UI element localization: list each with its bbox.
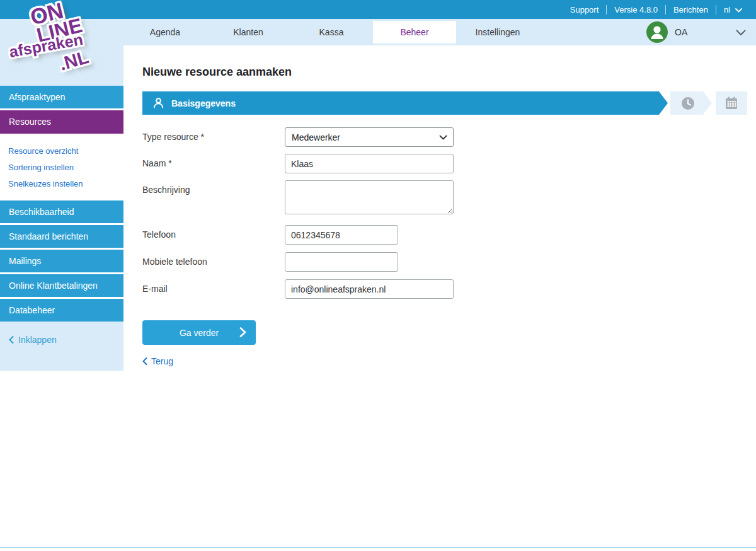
chevron-left-icon <box>142 357 147 365</box>
continue-label: Ga verder <box>180 328 219 338</box>
user-menu[interactable]: OA <box>646 21 687 43</box>
sidebar-resources-submenu: Resource overzicht Sortering instellen S… <box>0 134 123 200</box>
mobiele-telefoon-input[interactable] <box>285 252 398 272</box>
type-resource-label: Type resource * <box>142 127 285 147</box>
wizard-step-tijden[interactable] <box>670 91 712 115</box>
naam-input[interactable] <box>285 154 454 173</box>
wizard-step-label: Basisgegevens <box>171 98 236 108</box>
app-window: Support Versie 4.8.0 Berichten nl Agenda… <box>0 0 756 551</box>
telefoon-label: Telefoon <box>142 225 285 245</box>
sidebar-item-online-klantbetalingen[interactable]: Online Klantbetalingen <box>0 274 123 297</box>
continue-button[interactable]: Ga verder <box>142 320 256 345</box>
sidebar-item-databeheer[interactable]: Databeheer <box>0 299 123 322</box>
email-input[interactable] <box>285 279 454 299</box>
telefoon-input[interactable] <box>285 225 398 245</box>
sidebar-link-snelkeuzes-instellen[interactable]: Snelkeuzes instellen <box>8 176 123 192</box>
main-content: Nieuwe resource aanmaken Basisgegevens <box>123 45 756 547</box>
nav-tab-beheer[interactable]: Beheer <box>373 21 456 44</box>
nav-tab-kassa[interactable]: Kassa <box>290 21 373 44</box>
sidebar-item-resources[interactable]: Resources <box>0 110 123 134</box>
clock-icon <box>680 96 696 111</box>
wizard-step-agenda[interactable] <box>716 91 747 115</box>
wizard-steps: Basisgegevens <box>142 91 747 115</box>
type-resource-select[interactable]: Medewerker <box>285 127 454 147</box>
beschrijving-textarea[interactable] <box>285 180 454 214</box>
footer-divider <box>0 547 756 548</box>
user-initials: OA <box>675 27 687 37</box>
sidebar-item-afspraaktypen[interactable]: Afspraaktypen <box>0 86 123 108</box>
selected-option: Medewerker <box>292 132 340 142</box>
chevron-down-icon <box>735 5 742 14</box>
collapse-label: Inklappen <box>18 335 57 345</box>
chevron-down-icon[interactable] <box>736 27 746 38</box>
nav-tab-klanten[interactable]: Klanten <box>207 21 290 44</box>
chevron-down-icon <box>439 135 447 140</box>
sidebar: Afspraaktypen Resources Resource overzic… <box>0 86 123 371</box>
support-link[interactable]: Support <box>563 5 607 14</box>
person-icon <box>646 21 668 43</box>
chevron-right-icon <box>239 327 246 339</box>
language-selector[interactable]: nl <box>716 5 747 14</box>
nav-tabs: Agenda Klanten Kassa Beheer Instellingen <box>123 21 539 44</box>
messages-link[interactable]: Berichten <box>666 5 716 14</box>
nav-tab-instellingen[interactable]: Instellingen <box>456 21 539 44</box>
person-icon <box>152 97 164 109</box>
chevron-left-icon <box>9 336 14 344</box>
sidebar-collapse-area: Inklappen <box>0 322 123 371</box>
sidebar-item-mailings[interactable]: Mailings <box>0 250 123 272</box>
topbar: Support Versie 4.8.0 Berichten nl <box>0 0 756 19</box>
nav-tab-agenda[interactable]: Agenda <box>123 21 207 44</box>
mobiele-telefoon-label: Mobiele telefoon <box>142 252 285 272</box>
version-label: Versie 4.8.0 <box>607 5 665 14</box>
naam-label: Naam * <box>142 154 285 173</box>
email-label: E-mail <box>142 279 285 299</box>
back-label: Terug <box>151 356 173 366</box>
language-label: nl <box>724 5 730 14</box>
back-link[interactable]: Terug <box>142 356 173 366</box>
page-title: Nieuwe resource aanmaken <box>142 66 292 79</box>
sidebar-item-beschikbaarheid[interactable]: Beschikbaarheid <box>0 200 123 223</box>
calendar-icon <box>724 96 738 110</box>
resource-form: Type resource * Medewerker Naam * Beschr… <box>142 127 533 306</box>
sidebar-link-sortering-instellen[interactable]: Sortering instellen <box>8 160 123 176</box>
wizard-step-basisgegevens[interactable]: Basisgegevens <box>142 91 668 115</box>
avatar[interactable] <box>646 21 668 43</box>
main-nav: Agenda Klanten Kassa Beheer Instellingen… <box>0 19 756 45</box>
sidebar-top <box>0 45 123 86</box>
sidebar-item-standaard-berichten[interactable]: Standaard berichten <box>0 225 123 248</box>
collapse-sidebar-link[interactable]: Inklappen <box>9 335 123 345</box>
beschrijving-label: Beschrijving <box>142 180 285 214</box>
sidebar-link-resource-overzicht[interactable]: Resource overzicht <box>8 143 123 160</box>
